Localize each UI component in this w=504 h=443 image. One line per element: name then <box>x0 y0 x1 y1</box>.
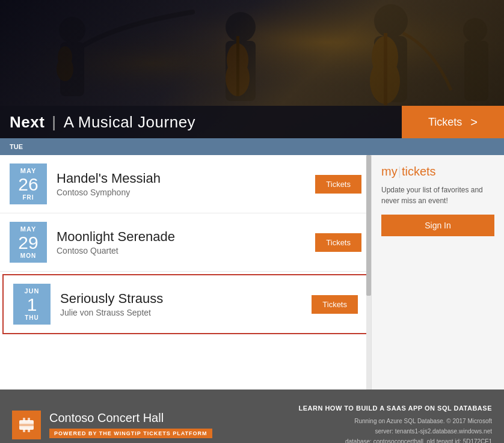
top-stub-text: TUE <box>10 143 23 150</box>
footer-info-title: LEARN HOW TO BUILD A SAAS APP ON SQL DAT… <box>298 403 492 414</box>
hero-title: Next | A Musical Journey <box>10 113 195 132</box>
hero-bottom-bar: Next | A Musical Journey Tickets > <box>0 106 504 138</box>
my-tickets-header: my | tickets <box>381 165 494 179</box>
event-item-3: JUN 1 THU Seriously Strauss Julie von St… <box>2 274 369 334</box>
svg-rect-24 <box>19 424 34 426</box>
event-3-month: JUN <box>18 287 46 295</box>
event-item-1: MAY 26 FRI Handel's Messiah Contoso Symp… <box>0 155 371 213</box>
event-3-tickets-button[interactable]: Tickets <box>312 295 358 314</box>
footer-ticket-icon <box>12 411 41 439</box>
event-2-day: 29 <box>14 233 42 252</box>
event-item-2: MAY 29 MON Moonlight Serenade Contoso Qu… <box>0 213 371 272</box>
date-badge-3: JUN 1 THU <box>13 284 51 325</box>
footer-info-line1: Running on Azure SQL Database. © 2017 Mi… <box>298 416 492 426</box>
svg-rect-20 <box>23 418 25 421</box>
scroll-thumb[interactable] <box>366 155 371 296</box>
event-1-subtitle: Contoso Symphony <box>57 188 306 197</box>
top-stub: TUE <box>0 138 504 155</box>
svg-rect-23 <box>28 429 30 432</box>
event-1-day: 26 <box>14 174 42 194</box>
hero-tickets-label: Tickets <box>428 116 462 129</box>
event-3-weekday: THU <box>18 314 46 321</box>
hero-title-divider: | <box>52 113 56 132</box>
my-tickets-description: Update your list of favorites and never … <box>381 185 494 206</box>
event-1-weekday: FRI <box>14 194 42 201</box>
event-2-title: Moonlight Serenade <box>57 229 306 245</box>
event-1-title: Handel's Messiah <box>57 171 306 186</box>
events-section: MAY 26 FRI Handel's Messiah Contoso Symp… <box>0 155 372 390</box>
event-2-tickets-button[interactable]: Tickets <box>315 233 361 252</box>
hero-tickets-chevron: > <box>470 115 478 129</box>
event-3-subtitle: Julie von Strauss Septet <box>60 308 302 317</box>
events-scroll[interactable]: MAY 26 FRI Handel's Messiah Contoso Symp… <box>0 155 371 390</box>
date-badge-2: MAY 29 MON <box>10 222 47 263</box>
footer-powered-by: POWERED BY THE WINGTIP TICKETS PLATFORM <box>49 429 212 438</box>
main-content: MAY 26 FRI Handel's Messiah Contoso Symp… <box>0 155 504 390</box>
event-2-info: Moonlight Serenade Contoso Quartet <box>57 229 306 255</box>
date-badge-1: MAY 26 FRI <box>10 163 47 204</box>
sign-in-button[interactable]: Sign In <box>381 215 494 236</box>
sidebar: my | tickets Update your list of favorit… <box>372 155 504 390</box>
svg-rect-21 <box>28 418 30 421</box>
footer-brand-name: Contoso Concert Hall <box>49 411 212 425</box>
event-2-weekday: MON <box>14 252 42 259</box>
footer: Contoso Concert Hall POWERED BY THE WING… <box>0 390 504 443</box>
my-tickets-label1: my <box>381 165 398 179</box>
hero-section: Next | A Musical Journey Tickets > <box>0 0 504 138</box>
my-tickets-pipe: | <box>398 165 401 179</box>
svg-rect-22 <box>23 429 25 432</box>
event-3-title: Seriously Strauss <box>60 291 302 307</box>
hero-title-subtitle: A Musical Journey <box>64 113 195 132</box>
scroll-track <box>366 155 371 390</box>
my-tickets-label2: tickets <box>402 165 436 179</box>
ticket-icon-svg <box>18 417 35 433</box>
event-2-subtitle: Contoso Quartet <box>57 246 306 255</box>
footer-info-line3: database: contosoconcerthall_old tenant … <box>298 436 492 443</box>
event-3-info: Seriously Strauss Julie von Strauss Sept… <box>60 291 302 317</box>
footer-info-line2: server: tenants1-sjs2.database.windows.n… <box>298 426 492 436</box>
hero-title-next: Next <box>10 113 45 132</box>
footer-info: LEARN HOW TO BUILD A SAAS APP ON SQL DAT… <box>298 403 492 443</box>
event-3-day: 1 <box>18 295 46 314</box>
event-1-month: MAY <box>14 167 42 174</box>
event-1-info: Handel's Messiah Contoso Symphony <box>57 171 306 197</box>
hero-tickets-button[interactable]: Tickets > <box>402 106 504 138</box>
event-1-tickets-button[interactable]: Tickets <box>315 175 361 194</box>
footer-logo-area: Contoso Concert Hall POWERED BY THE WING… <box>12 411 286 439</box>
footer-brand-block: Contoso Concert Hall POWERED BY THE WING… <box>49 411 212 438</box>
event-2-month: MAY <box>14 225 42 233</box>
